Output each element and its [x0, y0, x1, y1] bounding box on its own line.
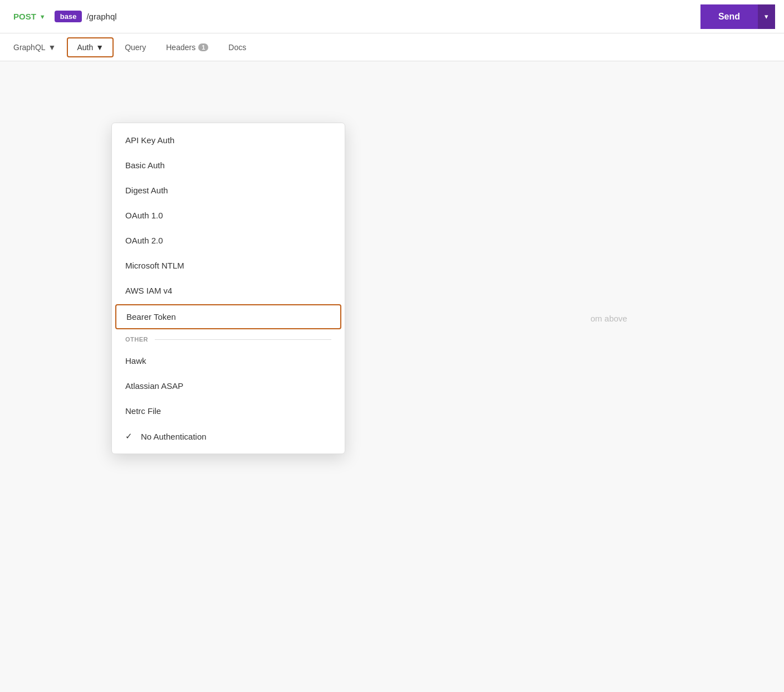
dropdown-item-bearer-token[interactable]: Bearer Token: [115, 304, 341, 329]
dropdown-item-aws-iam-v4[interactable]: AWS IAM v4: [112, 278, 345, 303]
method-chevron-icon: ▼: [40, 13, 46, 20]
no-authentication-label: No Authentication: [141, 432, 207, 441]
url-path[interactable]: /graphql: [86, 12, 696, 21]
dropdown-item-basic-auth[interactable]: Basic Auth: [112, 153, 345, 178]
no-auth-check-icon: ✓: [125, 431, 135, 441]
tab-graphql[interactable]: GraphQL ▼: [4, 38, 65, 56]
netrc-file-label: Netrc File: [125, 406, 161, 416]
dropdown-item-no-authentication[interactable]: ✓ No Authentication: [112, 423, 345, 449]
dropdown-item-netrc-file[interactable]: Netrc File: [112, 398, 345, 423]
api-key-auth-label: API Key Auth: [125, 135, 174, 145]
placeholder-hint: om above: [591, 314, 628, 323]
tab-headers-label: Headers: [166, 43, 195, 52]
tab-headers[interactable]: Headers 1: [157, 38, 217, 56]
oauth-20-label: OAuth 2.0: [125, 236, 163, 245]
atlassian-asap-label: Atlassian ASAP: [125, 381, 183, 391]
bearer-token-label: Bearer Token: [126, 312, 176, 321]
digest-auth-label: Digest Auth: [125, 186, 168, 195]
send-dropdown-button[interactable]: ▾: [758, 4, 775, 29]
tab-docs-label: Docs: [228, 43, 246, 52]
dropdown-item-api-key-auth[interactable]: API Key Auth: [112, 128, 345, 153]
other-divider: OTHER: [112, 330, 345, 348]
tab-docs[interactable]: Docs: [219, 38, 255, 56]
basic-auth-label: Basic Auth: [125, 160, 165, 170]
oauth-10-label: OAuth 1.0: [125, 211, 163, 220]
dropdown-item-oauth-10[interactable]: OAuth 1.0: [112, 203, 345, 228]
tab-query-label: Query: [125, 43, 146, 52]
base-badge[interactable]: base: [55, 11, 82, 22]
headers-badge: 1: [198, 43, 208, 51]
tab-auth-chevron-icon: ▼: [96, 43, 104, 52]
tab-auth-label: Auth: [77, 43, 93, 52]
send-button-group: Send ▾: [700, 4, 775, 29]
auth-dropdown-menu: API Key Auth Basic Auth Digest Auth OAut…: [111, 123, 345, 454]
send-button[interactable]: Send: [700, 4, 758, 29]
divider-line: [155, 339, 331, 340]
hawk-label: Hawk: [125, 356, 146, 366]
aws-iam-v4-label: AWS IAM v4: [125, 286, 172, 295]
method-label: POST: [13, 12, 36, 21]
dropdown-item-atlassian-asap[interactable]: Atlassian ASAP: [112, 373, 345, 398]
tab-auth[interactable]: Auth ▼: [67, 37, 114, 57]
tabs-bar: GraphQL ▼ Auth ▼ Query Headers 1 Docs: [0, 33, 784, 61]
main-content: om above API Key Auth Basic Auth Digest …: [0, 61, 784, 692]
method-button[interactable]: POST ▼: [9, 9, 50, 23]
dropdown-item-microsoft-ntlm[interactable]: Microsoft NTLM: [112, 253, 345, 278]
dropdown-item-digest-auth[interactable]: Digest Auth: [112, 178, 345, 203]
dropdown-item-hawk[interactable]: Hawk: [112, 348, 345, 373]
microsoft-ntlm-label: Microsoft NTLM: [125, 261, 184, 270]
tab-graphql-chevron-icon: ▼: [48, 43, 56, 52]
tab-query[interactable]: Query: [116, 38, 155, 56]
send-chevron-icon: ▾: [765, 12, 768, 21]
dropdown-item-oauth-20[interactable]: OAuth 2.0: [112, 228, 345, 253]
other-divider-label: OTHER: [125, 336, 148, 343]
tab-graphql-label: GraphQL: [13, 43, 46, 52]
top-bar: POST ▼ base /graphql Send ▾: [0, 0, 784, 33]
